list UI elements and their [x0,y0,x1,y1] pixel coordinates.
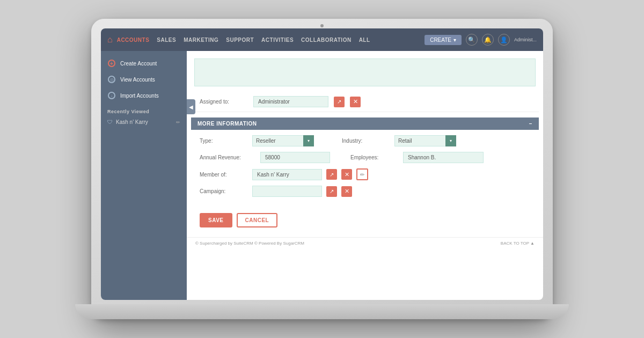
sidebar-item-create-label: Create Account [120,61,157,67]
copyright-text: © Supercharged by SuiteCRM © Powered By … [195,241,304,246]
campaign-label: Campaign: [200,188,248,194]
industry-input[interactable] [394,135,456,146]
recent-item-label: Kash n' Karry [116,119,148,125]
collapse-icon[interactable]: − [529,121,532,127]
campaign-input[interactable] [252,186,322,197]
type-label: Type: [200,138,248,144]
industry-label: Industry: [342,138,390,144]
annual-revenue-label: Annual Revenue: [200,155,256,160]
industry-col: Industry: ▾ [342,135,456,146]
notifications-icon[interactable]: 🔔 [482,34,494,46]
back-to-top-button[interactable]: BACK TO TOP ▲ [501,241,535,246]
sidebar-recent-kash[interactable]: 🛡 Kash n' Karry ✏ [101,116,187,128]
create-button[interactable]: CREATE ▾ [425,35,462,45]
nav-item-sales[interactable]: SALES [157,37,176,43]
user-icon[interactable]: 👤 [498,34,510,46]
industry-select-wrapper: ▾ [394,135,456,146]
nav-item-activities[interactable]: ACTIVITIES [261,37,294,43]
arrow-icon: ↗ [337,99,341,105]
type-col: Type: ▾ [200,135,314,146]
close-icon: ✕ [345,171,349,178]
nav-item-all[interactable]: ALL [359,37,370,43]
admin-label: Administ... [514,37,537,42]
nav-menu: ACCOUNTS SALES MARKETING SUPPORT ACTIVIT… [117,37,425,43]
employees-col: Employees: [350,152,484,163]
member-clear-button[interactable]: ✕ [341,169,352,180]
member-of-label: Member of: [200,172,248,178]
nav-item-support[interactable]: SUPPORT [226,37,254,43]
view-icon: ◎ [107,75,116,84]
sidebar-item-view-label: View Accounts [120,77,155,83]
cancel-button[interactable]: CANCEL [237,213,278,227]
type-industry-row: Type: ▾ Industry: ▾ [200,135,530,146]
nav-right-section: CREATE ▾ 🔍 🔔 👤 Administ... [425,34,537,46]
home-icon[interactable]: ⌂ [107,35,113,45]
laptop-base [75,304,569,319]
member-edit-button[interactable]: ✏ [356,168,368,180]
assigned-select-button[interactable]: ↗ [334,97,345,107]
member-of-row: Member of: ↗ ✕ ✏ [200,168,530,180]
action-buttons: SAVE CANCEL [191,208,539,233]
arrow-icon: ↗ [330,188,334,194]
sidebar: + Create Account ◎ View Accounts ↓ Impor… [101,51,187,300]
campaign-clear-button[interactable]: ✕ [341,186,352,197]
nav-item-collaboration[interactable]: COLLABORATION [301,37,352,43]
pencil-icon: ✏ [360,172,364,178]
assigned-to-label: Assigned to: [200,99,248,105]
employees-label: Employees: [350,155,399,160]
top-navigation: ⌂ ACCOUNTS SALES MARKETING SUPPORT ACTIV… [101,28,543,51]
assigned-clear-button[interactable]: ✕ [350,97,361,107]
sidebar-item-view-accounts[interactable]: ◎ View Accounts [101,71,187,87]
description-textarea[interactable] [194,58,536,86]
member-of-input[interactable] [252,169,322,180]
more-info-title: MORE INFORMATION [197,121,257,127]
annual-revenue-input[interactable] [260,152,330,163]
plus-icon: + [107,59,116,68]
type-input[interactable] [252,135,314,146]
import-icon: ↓ [107,91,116,100]
nav-item-accounts[interactable]: ACCOUNTS [117,37,150,43]
member-select-button[interactable]: ↗ [326,169,337,180]
search-icon[interactable]: 🔍 [466,34,478,46]
sidebar-item-create-account[interactable]: + Create Account [101,55,187,71]
content-area: Assigned to: ↗ ✕ MORE INFORMATION − [187,51,543,300]
nav-item-marketing[interactable]: MARKETING [184,37,218,43]
revenue-employees-row: Annual Revenue: Employees: [200,152,530,163]
sidebar-item-import-label: Import Accounts [120,93,159,99]
shield-icon: 🛡 [107,119,113,125]
employees-input[interactable] [403,152,484,163]
sidebar-item-import-accounts[interactable]: ↓ Import Accounts [101,87,187,104]
up-arrow-icon: ▲ [530,241,535,246]
more-info-body: Type: ▾ Industry: ▾ [191,130,539,208]
close-icon: ✕ [353,98,358,105]
assigned-to-input[interactable] [253,96,328,107]
footer: © Supercharged by SuiteCRM © Powered By … [187,237,543,249]
laptop-camera [320,24,324,27]
description-area [191,55,539,92]
member-of-col: Member of: ↗ ✕ ✏ [200,168,368,180]
assigned-to-row: Assigned to: ↗ ✕ [191,92,539,112]
edit-icon[interactable]: ✏ [176,120,180,125]
revenue-col: Annual Revenue: [200,152,330,163]
sidebar-toggle[interactable]: ◀ [187,99,195,114]
campaign-select-button[interactable]: ↗ [326,186,337,197]
close-icon: ✕ [345,188,349,195]
campaign-col: Campaign: ↗ ✕ [200,186,352,197]
more-info-header: MORE INFORMATION − [191,117,539,130]
arrow-icon: ↗ [330,172,334,178]
save-button[interactable]: SAVE [200,213,232,227]
recently-viewed-title: Recently Viewed [101,104,187,116]
campaign-row: Campaign: ↗ ✕ [200,186,530,197]
type-select-wrapper: ▾ [252,135,314,146]
